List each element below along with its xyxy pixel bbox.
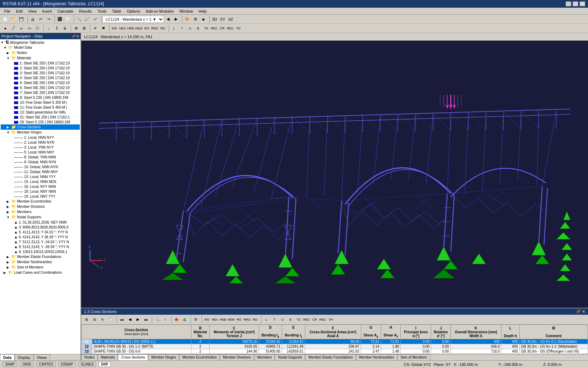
bt-first[interactable]: ⏮ — [118, 316, 126, 323]
bt-th[interactable]: TH — [327, 316, 335, 323]
tb-fit[interactable]: ⤢ — [91, 15, 99, 23]
tree-item-hinge18[interactable]: —◦— 18: Local; NNY NNN — [1, 189, 80, 194]
nav-tab-member-elastic-foundations[interactable]: Member Elastic Foundations — [305, 354, 356, 360]
nav-tab-member-hinges[interactable]: Member Hinges — [148, 354, 179, 360]
status-osnap[interactable]: OSNAP — [58, 362, 76, 367]
tb2-t[interactable]: T — [178, 25, 186, 32]
tree-item-mat13[interactable]: 13: Stahl gewichtslos für Hilfs — [1, 110, 80, 115]
menu-item-calculate[interactable]: Calculate — [55, 8, 76, 14]
bt-ts[interactable]: TS — [295, 316, 302, 323]
bottom-pin-btn[interactable]: 📌 — [576, 309, 581, 314]
tree-item-member-hinges[interactable]: ▼ 📁 Member Hinges — [1, 130, 80, 135]
tb2-a5[interactable]: RO — [143, 25, 150, 32]
bt-cr[interactable]: CR — [311, 316, 318, 323]
tb-save[interactable]: 💾 — [18, 15, 25, 23]
tb2-load-node[interactable]: ↓ — [45, 25, 52, 32]
bt-b[interactable]: B — [287, 316, 294, 323]
menu-item-file[interactable]: File — [1, 8, 13, 14]
bt-paste[interactable]: 📋 — [107, 316, 114, 323]
tree-item-mat28[interactable]: 28: Steel S 235 | DIN 18800:199 — [1, 120, 80, 124]
tree-item-hinge1[interactable]: —◦— 1: Local; NNN NYY — [1, 135, 80, 140]
table-row[interactable]: 12 SHAPE-THIN GB 30 - UG 1-1' (MITTE 2 9… — [82, 344, 588, 349]
tb-zoom-out[interactable]: 🔎 — [83, 15, 91, 23]
menu-item-options[interactable]: Options — [124, 8, 143, 14]
nav-tab-member-eccentricities[interactable]: Member Eccentricities — [179, 354, 220, 360]
tree-item-ns3[interactable]: ▲ 3: 8006,8013,8026,8033,9006,9 — [1, 225, 80, 230]
bt-ro2[interactable]: RO — [251, 316, 259, 323]
tree-item-mat1[interactable]: 1: Steel StE 250 | DIN 17162:19 — [1, 61, 80, 66]
menu-item-tools[interactable]: Tools — [94, 8, 109, 14]
menu-item-help[interactable]: Help — [196, 8, 210, 14]
status-dxf[interactable]: DXF — [99, 362, 111, 367]
table-row[interactable]: 11 4LM L 90x90x10-400/10 | EN 10056-1:1 … — [82, 339, 588, 344]
tab-data[interactable]: Data — [0, 354, 15, 360]
tree-item-member-eccentricities[interactable]: ▶ 📁 Member Eccentricities — [1, 199, 80, 204]
tree-item-mat7[interactable]: 7: Steel StE 250 | DIN 17162:19 — [1, 90, 80, 95]
tree-item-member-nonlinearities[interactable]: ▶ 📁 Member Nonlinearities — [1, 259, 80, 265]
tree-item-member-divisions[interactable]: ▶ 📁 Member Divisions — [1, 204, 80, 209]
bt-t[interactable]: T — [271, 316, 278, 323]
bt-delete-row[interactable]: ⊟ — [91, 316, 98, 323]
tree-item-ns6[interactable]: ▲ 6: 4141,4143; Y 38.39 °; YYY N — [1, 234, 80, 239]
table-row[interactable]: 13 SHAPE-THIN GB 30 - OG 0-II 2 144.90 5… — [82, 349, 588, 354]
tb2-grid[interactable]: ⊞ — [80, 25, 88, 32]
tb2-cr[interactable]: CR — [218, 25, 226, 32]
menu-item-table[interactable]: Table — [109, 8, 124, 14]
tree-item-nodal-supports[interactable]: ▼ 📁 Nodal Supports — [1, 214, 80, 220]
tree-item-materials[interactable]: ▼ 📁 Materials — [1, 55, 80, 61]
tree-item-ns4[interactable]: ▲ 5: 4111,4113; Y 34.03 °; YYY N — [1, 230, 80, 234]
menu-item-window[interactable]: Window — [176, 8, 196, 14]
tb-print[interactable]: 🖨 — [29, 15, 36, 23]
tb2-snap[interactable]: ⊕ — [72, 25, 80, 32]
status-glines[interactable]: GLINES — [78, 362, 96, 367]
tb2-b[interactable]: B — [194, 25, 202, 32]
window-controls[interactable]: _ □ ✕ — [566, 1, 585, 6]
tree-item-hinge8[interactable]: —◦— 8: Global; YNN NNN — [1, 155, 80, 159]
bt-next[interactable]: ▶ — [134, 316, 142, 323]
tb-prev-lc[interactable]: ◀ — [164, 15, 172, 23]
minimize-btn[interactable]: _ — [566, 1, 571, 6]
tb2-l[interactable]: L — [170, 25, 178, 32]
tree-item-hinge11[interactable]: —◦— 11: Global; NNN NNY — [1, 169, 80, 174]
bt-ro[interactable]: RO — [235, 316, 243, 323]
tb-3d[interactable]: 3D — [211, 15, 218, 23]
bt-print-table[interactable]: 🖨 — [181, 316, 188, 323]
nav-tab-nodes[interactable]: Nodes — [81, 354, 98, 360]
tree-item-mungstener[interactable]: ▼ 🏗 Müngstener Talbrücke — [1, 40, 80, 45]
tb-render[interactable]: 🎨 — [183, 15, 191, 23]
tree-item-mat11[interactable]: 11: Fine Grain Steel S 460 M | — [1, 105, 80, 110]
tree-item-hinge19[interactable]: —◦— 19: Local; NNY YYY — [1, 194, 80, 199]
tab-views[interactable]: Views — [34, 354, 50, 360]
tb2-a6[interactable]: RRO — [151, 25, 159, 32]
bt-prev[interactable]: ◀ — [126, 316, 134, 323]
bt-copy[interactable]: ⎘ — [99, 316, 106, 323]
nav-tab-nodal-supports[interactable]: Nodal Supports — [275, 354, 305, 360]
bt-l[interactable]: L — [262, 316, 270, 323]
tb2-line[interactable]: ╱ — [9, 25, 17, 32]
tree-item-ns8[interactable]: ▲ 8: 5141,5143; Y -38.39 °; YYY N — [1, 244, 80, 249]
bt-ife[interactable]: IFE — [203, 316, 211, 323]
tb2-results-on[interactable]: ✔ — [91, 25, 99, 32]
tree-item-member-elastic-foundations[interactable]: ▶ 📁 Member Elastic Foundations — [1, 254, 80, 259]
tree-item-hinge3[interactable]: —◦— 3: Local; YNN NYY — [1, 145, 80, 150]
tb-wire[interactable]: ⊞ — [191, 15, 199, 23]
nav-close-btn[interactable]: ✕ — [76, 34, 79, 38]
tb2-load-member[interactable]: ⇊ — [61, 25, 69, 32]
tb2-th[interactable]: TH — [234, 25, 242, 32]
maximize-btn[interactable]: □ — [573, 1, 578, 6]
tree-item-hinge2[interactable]: —◦— 2: Local; NNN NYN — [1, 140, 80, 145]
lc-dropdown[interactable]: LC1124 - Wanderlast x = 1 ▼ — [103, 16, 164, 23]
status-snap[interactable]: SNAP — [3, 362, 17, 367]
tree-item-hinge16[interactable]: —◦— 16: Local; NYY NNN — [1, 184, 80, 189]
tb-xy[interactable]: XY — [219, 15, 226, 23]
bt-hem[interactable]: HEM — [227, 316, 235, 323]
close-btn[interactable]: ✕ — [580, 1, 585, 6]
bt-last[interactable]: ⏭ — [142, 316, 150, 323]
tb-undo[interactable]: ↩ — [37, 15, 44, 23]
nav-pin-btn[interactable]: 📌 — [71, 34, 76, 38]
bt-rec[interactable]: REC — [303, 316, 310, 323]
tb-next-lc[interactable]: ▶ — [172, 15, 180, 23]
bt-new-row[interactable]: ⊞ — [83, 316, 90, 323]
bt-heb[interactable]: HEB — [219, 316, 227, 323]
tb2-solid[interactable]: ⬡ — [34, 25, 41, 32]
